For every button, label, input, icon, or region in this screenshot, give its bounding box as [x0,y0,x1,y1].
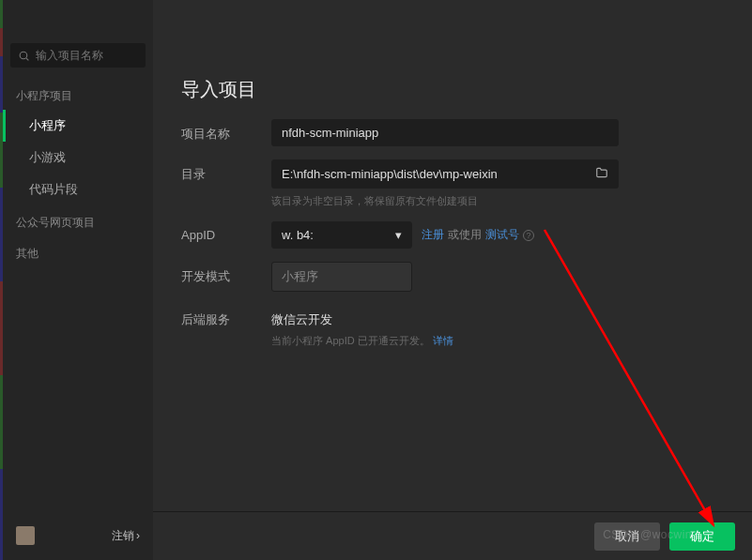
sidebar-footer: 注销 › [3,526,153,545]
row-directory: 目录 该目录为非空目录，将保留原有文件创建项目 [181,159,724,208]
nav-section-official[interactable]: 公众号网页项目 [3,205,153,236]
label-dev-mode: 开发模式 [181,262,271,285]
register-link[interactable]: 注册 [422,227,444,243]
test-account-link[interactable]: 测试号 [485,227,519,243]
main-panel: 导入项目 项目名称 目录 该目录为非空目录，将保留原有文件创建项目 [153,0,752,560]
search-box[interactable] [10,43,146,68]
backend-service-hint: 当前小程序 AppID 已开通云开发。 详情 [271,334,724,348]
chevron-down-icon: ▾ [395,228,402,242]
avatar[interactable] [16,526,35,545]
sidebar: 小程序项目 小程序 小游戏 代码片段 公众号网页项目 其他 注销 › [3,0,153,560]
or-use-text: 或使用 [448,227,482,243]
backend-service-value: 微信云开发 [271,305,724,328]
nav-item-minigame[interactable]: 小游戏 [3,142,153,174]
directory-field[interactable] [282,167,595,181]
cancel-button[interactable]: 取消 [594,522,660,551]
appid-side-text: 注册 或使用 测试号 ? [422,227,534,243]
nav-section-other[interactable]: 其他 [3,236,153,267]
nav-item-snippet[interactable]: 代码片段 [3,174,153,205]
folder-icon[interactable] [595,166,608,182]
nav-section-miniapp[interactable]: 小程序项目 [3,79,153,110]
row-appid: AppID w. b4: ▾ 注册 或使用 测试号 ? [181,221,724,249]
search-icon [18,50,30,62]
label-directory: 目录 [181,159,271,183]
row-dev-mode: 开发模式 小程序 [181,262,724,292]
row-backend-service: 后端服务 微信云开发 当前小程序 AppID 已开通云开发。 详情 [181,305,724,348]
directory-hint: 该目录为非空目录，将保留原有文件创建项目 [271,194,724,208]
search-input[interactable] [36,49,138,62]
service-details-link[interactable]: 详情 [433,335,453,346]
label-project-name: 项目名称 [181,119,271,143]
label-appid: AppID [181,221,271,242]
chevron-right-icon: › [136,529,140,542]
appid-select[interactable]: w. b4: ▾ [271,221,412,249]
import-form: 项目名称 目录 该目录为非空目录，将保留原有文件创建项目 AppID [153,119,752,348]
dev-mode-value: 小程序 [282,268,318,285]
info-icon[interactable]: ? [523,230,534,241]
label-backend-service: 后端服务 [181,305,271,328]
svg-line-4 [26,58,28,60]
logout-button[interactable]: 注销 › [112,528,140,544]
directory-input[interactable] [271,159,619,189]
row-project-name: 项目名称 [181,119,724,146]
footer-bar: 取消 确定 [153,511,752,560]
dev-mode-select: 小程序 [271,262,412,292]
nav-item-miniapp[interactable]: 小程序 [3,110,153,142]
logout-label: 注销 [112,528,134,544]
page-title: 导入项目 [153,0,752,119]
appid-value: w. b4: [282,228,314,242]
project-name-field[interactable] [282,126,608,140]
service-hint-text: 当前小程序 AppID 已开通云开发。 [271,335,430,346]
svg-point-3 [20,52,27,59]
project-name-input[interactable] [271,119,619,146]
confirm-button[interactable]: 确定 [669,522,735,551]
